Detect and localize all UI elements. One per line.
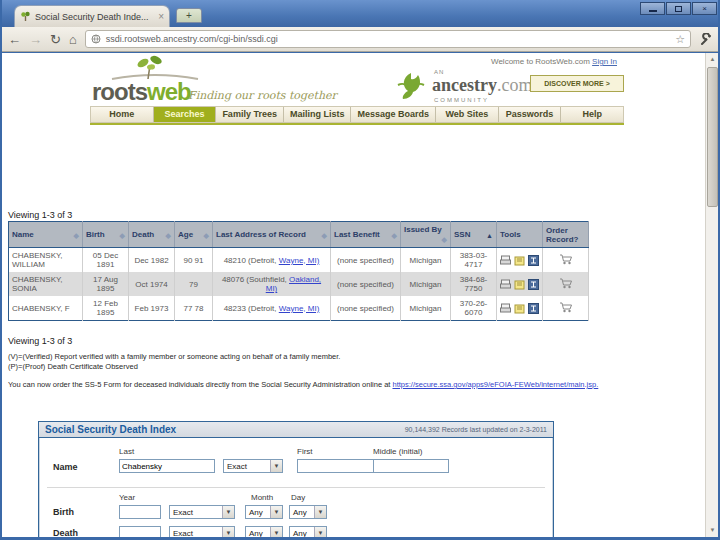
col-header-issued-by[interactable]: Issued By◆: [401, 222, 451, 248]
scroll-down-icon[interactable]: ▼: [706, 524, 719, 537]
address-link[interactable]: Wayne, MI): [279, 304, 320, 313]
sort-asc-icon[interactable]: ▲: [486, 232, 493, 239]
sort-icon[interactable]: ◆: [392, 232, 397, 240]
wrench-menu-icon[interactable]: [699, 33, 712, 46]
scroll-up-icon[interactable]: ▲: [706, 53, 719, 66]
tab-close-icon[interactable]: ×: [158, 11, 164, 22]
welcome-bar: Welcome to RootsWeb.com Sign In: [491, 57, 617, 66]
name-match-select[interactable]: Exact▼: [223, 459, 283, 473]
order-cart-icon[interactable]: [559, 278, 573, 289]
col-header-ssn[interactable]: SSN▲: [451, 222, 497, 248]
sort-icon[interactable]: ◆: [166, 232, 171, 240]
dropdown-icon[interactable]: ▼: [270, 527, 282, 537]
scrollbar-thumb[interactable]: [707, 67, 718, 207]
birth-match-select[interactable]: Exact▼: [169, 505, 235, 519]
death-match-select[interactable]: Exact▼: [169, 526, 235, 537]
bookmark-star-icon[interactable]: ☆: [675, 33, 685, 46]
col-header-death[interactable]: Death◆: [129, 222, 175, 248]
new-tab-button[interactable]: +: [176, 8, 202, 23]
vertical-scrollbar[interactable]: ▲ ▼: [705, 53, 718, 537]
order-cart-icon[interactable]: [559, 254, 573, 265]
discover-more-button[interactable]: DISCOVER MORE >: [530, 75, 624, 92]
middle-name-input[interactable]: [373, 459, 449, 473]
cell-name: CHABENSKY, F: [9, 296, 83, 321]
add-to-tree-icon[interactable]: [528, 255, 539, 266]
home-icon[interactable]: ⌂: [69, 33, 77, 46]
nav-item-family-trees[interactable]: Family Trees: [216, 107, 284, 122]
death-day-select[interactable]: Any▼: [289, 526, 327, 537]
dropdown-icon[interactable]: ▼: [222, 506, 234, 518]
print-record-icon[interactable]: [500, 255, 511, 266]
name-row-label: Name: [53, 462, 78, 472]
back-icon[interactable]: ←: [8, 33, 21, 46]
address-link[interactable]: Wayne, MI): [279, 256, 320, 265]
maximize-button[interactable]: [666, 2, 691, 15]
nav-item-passwords[interactable]: Passwords: [499, 107, 562, 122]
col-header-order: Order Record?: [543, 222, 589, 248]
dropdown-icon[interactable]: ▼: [314, 527, 326, 537]
nav-item-web-sites[interactable]: Web Sites: [436, 107, 499, 122]
post-em-note-icon[interactable]: [514, 279, 525, 290]
add-to-tree-icon[interactable]: [528, 279, 539, 290]
nav-item-mailing-lists[interactable]: Mailing Lists: [284, 107, 352, 122]
col-header-age[interactable]: Age◆: [175, 222, 213, 248]
cell-address: 48210 (Detroit, Wayne, MI): [213, 248, 331, 273]
ss5-order-link[interactable]: https://secure.ssa.gov/apps9/eFOIA-FEWeb…: [393, 380, 599, 389]
cell-last-benefit: (none specified): [331, 296, 401, 321]
logo-roots-text: roots: [92, 78, 147, 105]
col-header-name[interactable]: Name◆: [9, 222, 83, 248]
ancestry-community-text: COMMUNITY: [434, 97, 489, 103]
print-record-icon[interactable]: [500, 279, 511, 290]
print-record-icon[interactable]: [500, 303, 511, 314]
last-name-input[interactable]: [119, 459, 215, 473]
browser-tab[interactable]: Social Security Death Inde... ×: [14, 5, 170, 27]
middle-name-label: Middle (initial): [373, 447, 422, 456]
nav-item-searches[interactable]: Searches: [154, 107, 217, 122]
sort-icon[interactable]: ◆: [442, 236, 447, 244]
main-nav: Home Searches Family Trees Mailing Lists…: [90, 106, 624, 123]
dropdown-icon[interactable]: ▼: [222, 527, 234, 537]
dropdown-icon[interactable]: ▼: [314, 506, 326, 518]
sort-icon[interactable]: ◆: [204, 232, 209, 240]
sort-icon[interactable]: ◆: [120, 232, 125, 240]
url-text[interactable]: ssdi.rootsweb.ancestry.com/cgi-bin/ssdi.…: [106, 34, 670, 44]
sort-icon[interactable]: ◆: [74, 232, 79, 240]
post-em-note-icon[interactable]: [514, 303, 525, 314]
address-bar[interactable]: ssdi.rootsweb.ancestry.com/cgi-bin/ssdi.…: [85, 30, 691, 48]
nav-item-home[interactable]: Home: [91, 107, 154, 122]
sign-in-link[interactable]: Sign In: [592, 57, 617, 66]
nav-item-message-boards[interactable]: Message Boards: [351, 107, 436, 122]
order-cart-icon[interactable]: [559, 302, 573, 313]
close-button[interactable]: ×: [692, 2, 717, 15]
ancestry-leaf-icon: [394, 69, 428, 103]
col-header-birth[interactable]: Birth◆: [83, 222, 129, 248]
reload-icon[interactable]: ↻: [50, 33, 61, 46]
birth-month-select[interactable]: Any▼: [245, 505, 283, 519]
nav-item-help[interactable]: Help: [561, 107, 623, 122]
table-row: CHABENSKY, F 12 Feb 1895 Feb 1973 77 78 …: [9, 296, 589, 321]
birth-row-label: Birth: [53, 507, 74, 517]
add-to-tree-icon[interactable]: [528, 303, 539, 314]
dropdown-icon[interactable]: ▼: [270, 460, 282, 472]
globe-icon: [91, 34, 101, 44]
cell-order: [543, 272, 589, 296]
sort-icon[interactable]: ◆: [322, 232, 327, 240]
minimize-button[interactable]: [640, 2, 665, 15]
cell-death: Oct 1974: [129, 272, 175, 296]
cell-name: CHABENSKY, SONIA: [9, 272, 83, 296]
death-year-input[interactable]: [119, 526, 161, 537]
col-header-last-benefit[interactable]: Last Benefit◆: [331, 222, 401, 248]
cell-order: [543, 248, 589, 273]
post-em-note-icon[interactable]: [514, 255, 525, 266]
birth-year-input[interactable]: [119, 505, 161, 519]
first-name-input[interactable]: [297, 459, 379, 473]
birth-day-select[interactable]: Any▼: [289, 505, 327, 519]
forward-icon[interactable]: →: [29, 33, 42, 46]
form-title-bar: Social Security Death Index 90,144,392 R…: [39, 422, 553, 438]
cell-ssn: 384-68-7750: [451, 272, 497, 296]
rootsweb-logo[interactable]: rootsweb: [92, 78, 191, 106]
dropdown-icon[interactable]: ▼: [270, 506, 282, 518]
first-name-label: First: [297, 447, 313, 456]
death-month-select[interactable]: Any▼: [245, 526, 283, 537]
col-header-address[interactable]: Last Address of Record◆: [213, 222, 331, 248]
